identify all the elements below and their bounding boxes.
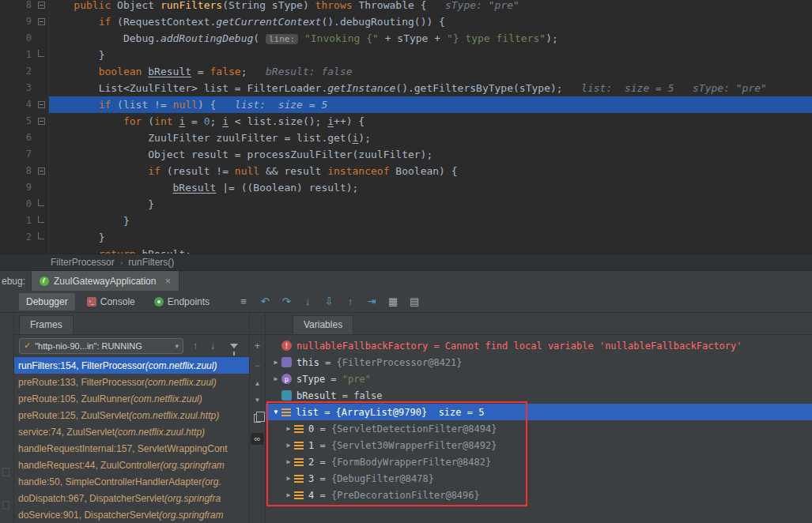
fold-end-icon[interactable] bbox=[38, 232, 44, 239]
variable-row[interactable]: ▶0 = {ServletDetectionFilter@8494} bbox=[266, 420, 812, 437]
variable-row[interactable]: bResult = false bbox=[266, 387, 812, 404]
stack-frame-row[interactable]: runFilters:154, FilterProcessor (com.net… bbox=[14, 357, 249, 374]
fold-collapse-icon[interactable]: − bbox=[38, 2, 45, 9]
fold-collapse-icon[interactable]: − bbox=[38, 101, 45, 108]
fold-collapse-icon[interactable]: − bbox=[38, 18, 45, 25]
stack-frame-row[interactable]: preRoute:133, FilterProcessor (com.netfl… bbox=[14, 374, 249, 390]
stack-frame-row[interactable]: doDispatch:967, DispatcherServlet (org.s… bbox=[14, 490, 249, 506]
close-icon[interactable]: × bbox=[164, 276, 171, 286]
step-out-icon[interactable]: ↑ bbox=[344, 295, 357, 307]
variable-row[interactable]: ▶1 = {Servlet30WrapperFilter@8492} bbox=[266, 437, 812, 453]
line-number[interactable]: 0 bbox=[0, 196, 36, 213]
fold-end-icon[interactable] bbox=[38, 50, 44, 57]
step-over-icon[interactable]: ↷ bbox=[280, 295, 293, 307]
line-number[interactable]: 1 bbox=[0, 213, 36, 229]
tab-variables[interactable]: Variables bbox=[293, 315, 353, 334]
watch-return-values-icon[interactable]: ∞ bbox=[251, 433, 264, 445]
variable-row[interactable]: ▶3 = {DebugFilter@8478} bbox=[266, 470, 812, 487]
code-line[interactable]: 0 } bbox=[0, 196, 812, 213]
code-line[interactable]: 3 List<ZuulFilter> list = FilterLoader.g… bbox=[0, 80, 812, 96]
line-number[interactable]: 2 bbox=[0, 63, 36, 80]
code-line[interactable]: 1 } bbox=[0, 213, 812, 229]
code-line[interactable]: 9− if (RequestContext.getCurrentContext(… bbox=[0, 13, 812, 30]
fold-collapse-icon[interactable]: − bbox=[38, 167, 45, 175]
scroll-up-icon[interactable]: ▲ bbox=[255, 381, 261, 387]
force-step-into-icon[interactable]: ⇩ bbox=[323, 295, 335, 307]
tree-arrow-icon[interactable]: ▶ bbox=[283, 442, 294, 449]
line-number[interactable]: 1 bbox=[0, 47, 36, 63]
stack-frame-row[interactable]: preRoute:105, ZuulRunner (com.netflix.zu… bbox=[14, 390, 249, 407]
tree-arrow-icon[interactable]: ▶ bbox=[270, 375, 281, 382]
code-line[interactable]: 4− if (list != null) { list: size = 5 bbox=[0, 96, 812, 113]
tree-arrow-icon[interactable]: ▶ bbox=[283, 491, 294, 499]
run-config-tab[interactable]: ZuulGatewayApplication × bbox=[31, 271, 179, 292]
code-line[interactable]: 8− if (result != null && result instance… bbox=[0, 163, 812, 179]
step-into-icon[interactable]: ↓ bbox=[301, 295, 314, 307]
fold-end-icon[interactable] bbox=[38, 199, 44, 206]
mute-breakpoints-icon[interactable]: ▤ bbox=[408, 295, 421, 307]
stack-frame-row[interactable]: service:74, ZuulServlet (com.netflix.zuu… bbox=[14, 423, 249, 440]
code-line[interactable]: 2 boolean bResult = false; bResult: fals… bbox=[0, 63, 812, 80]
code-line[interactable]: return bResult; bbox=[0, 246, 812, 254]
code-line[interactable]: 0 Debug.addRoutingDebug( line: "Invoking… bbox=[0, 30, 812, 47]
fold-collapse-icon[interactable]: − bbox=[38, 118, 45, 125]
tab-frames[interactable]: Frames bbox=[19, 315, 74, 334]
line-number[interactable]: 4 bbox=[0, 96, 36, 113]
variable-row[interactable]: ▶4 = {PreDecorationFilter@8496} bbox=[266, 487, 812, 503]
variable-row[interactable]: !nullableFallbackFactory = Cannot find l… bbox=[266, 337, 812, 354]
filter-icon[interactable] bbox=[230, 344, 238, 348]
code-editor[interactable]: 8− public Object runFilters(String sType… bbox=[0, 0, 812, 254]
code-line[interactable]: 1 } bbox=[0, 47, 812, 63]
show-execution-point-icon[interactable]: ↶ bbox=[259, 295, 271, 307]
line-number[interactable]: 2 bbox=[0, 229, 36, 246]
tree-arrow-icon[interactable]: ▶ bbox=[270, 359, 281, 366]
line-number[interactable] bbox=[0, 246, 36, 254]
prev-frame-icon[interactable]: ↑ bbox=[190, 341, 201, 352]
thread-selector[interactable]: ✓ "http-nio-90...in": RUNNING ▾ bbox=[19, 338, 183, 354]
line-number[interactable]: 8 bbox=[0, 163, 36, 179]
line-number[interactable]: 9 bbox=[0, 13, 36, 30]
stack-frame-row[interactable]: handle:50, SimpleControllerHandlerAdapte… bbox=[14, 473, 249, 490]
tree-arrow-icon[interactable]: ▶ bbox=[283, 458, 294, 465]
line-number[interactable]: 3 bbox=[0, 80, 36, 96]
line-number[interactable]: 8 bbox=[0, 0, 36, 13]
fold-end-icon[interactable] bbox=[38, 216, 44, 223]
tree-arrow-icon[interactable]: ▶ bbox=[283, 475, 294, 482]
tab-endpoints[interactable]: Endpoints bbox=[147, 293, 217, 310]
stack-frame-row[interactable]: handleRequestInternal:157, ServletWrappi… bbox=[14, 440, 249, 457]
code-line[interactable]: 8− public Object runFilters(String sType… bbox=[0, 0, 812, 13]
scroll-down-icon[interactable]: ▼ bbox=[255, 397, 261, 404]
stripe-icon[interactable] bbox=[2, 468, 9, 476]
tree-arrow-icon[interactable]: ▼ bbox=[270, 408, 281, 416]
tree-arrow-icon[interactable]: ▶ bbox=[283, 425, 294, 432]
add-watch-icon[interactable]: + bbox=[255, 341, 260, 351]
variable-row[interactable]: ▶2 = {FormBodyWrapperFilter@8482} bbox=[266, 453, 812, 470]
line-number[interactable]: 7 bbox=[0, 146, 36, 163]
stack-frame-row[interactable]: handleRequest:44, ZuulController (org.sp… bbox=[14, 457, 249, 473]
code-line[interactable]: 2 } bbox=[0, 229, 812, 246]
breadcrumb-item-class[interactable]: FilterProcessor bbox=[51, 257, 115, 268]
run-to-cursor-icon[interactable]: ⇥ bbox=[365, 295, 378, 307]
stack-frame-row[interactable]: doService:901, DispatcherServlet (org.sp… bbox=[14, 506, 249, 523]
line-number[interactable]: 9 bbox=[0, 179, 36, 196]
copy-value-icon[interactable] bbox=[254, 414, 261, 423]
variable-row[interactable]: ▼list = {ArrayList@9790} size = 5 bbox=[266, 404, 812, 420]
variable-row[interactable]: ▶this = {FilterProcessor@8421} bbox=[266, 354, 812, 371]
variable-row[interactable]: ▶psType = "pre" bbox=[266, 371, 812, 387]
code-line[interactable]: 6 ZuulFilter zuulFilter = list.get(i); bbox=[0, 130, 812, 146]
remove-watch-icon[interactable]: − bbox=[255, 361, 260, 371]
code-line[interactable]: 9 bResult |= ((Boolean) result); bbox=[0, 179, 812, 196]
code-line[interactable]: 7 Object result = processZuulFilter(zuul… bbox=[0, 146, 812, 163]
code-line[interactable]: 5− for (int i = 0; i < list.size(); i++)… bbox=[0, 113, 812, 130]
tab-console[interactable]: Console bbox=[80, 293, 142, 310]
view-breakpoints-icon[interactable]: ▦ bbox=[387, 295, 399, 307]
line-number[interactable]: 5 bbox=[0, 113, 36, 130]
breadcrumb-item-method[interactable]: runFilters() bbox=[128, 257, 174, 268]
stack-frame-row[interactable]: preRoute:125, ZuulServlet (com.netflix.z… bbox=[14, 407, 249, 423]
tab-debugger[interactable]: Debugger bbox=[19, 293, 75, 310]
line-number[interactable]: 6 bbox=[0, 130, 36, 146]
restore-layout-icon[interactable]: ≡ bbox=[237, 295, 250, 307]
line-number[interactable]: 0 bbox=[0, 30, 36, 47]
next-frame-icon[interactable]: ↓ bbox=[207, 341, 218, 352]
stripe-icon[interactable] bbox=[2, 501, 9, 510]
